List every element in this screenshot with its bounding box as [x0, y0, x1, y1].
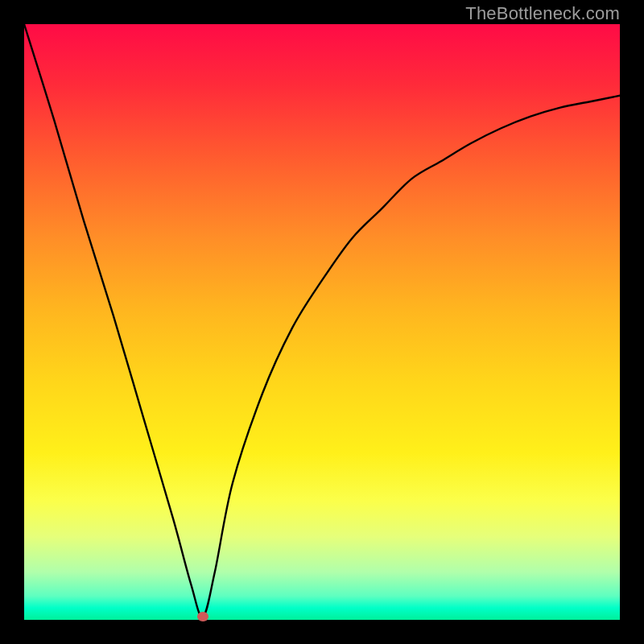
- watermark-text: TheBottleneck.com: [465, 3, 620, 24]
- plot-area: [24, 24, 620, 620]
- chart-container: TheBottleneck.com: [0, 0, 644, 644]
- bottleneck-curve: [24, 24, 620, 620]
- optimal-point-marker: [197, 612, 208, 621]
